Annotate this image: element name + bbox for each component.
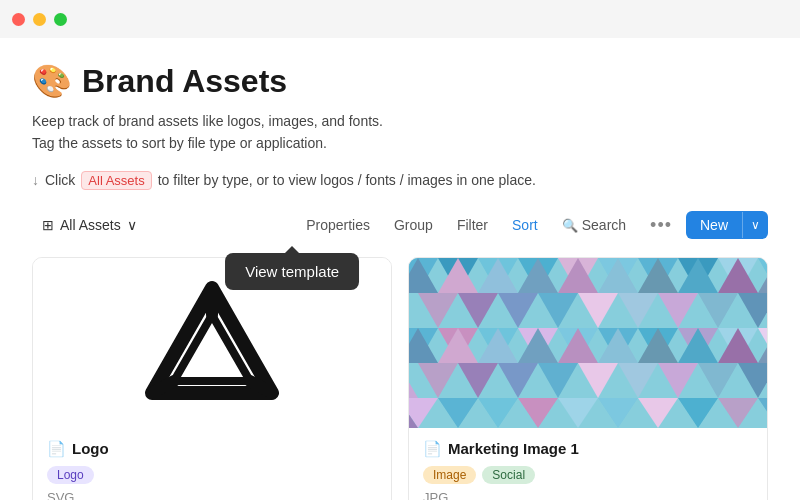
tag-image[interactable]: Image xyxy=(423,466,476,484)
main-content: 🎨 Brand Assets Keep track of brand asset… xyxy=(0,38,800,500)
page-emoji: 🎨 xyxy=(32,62,72,100)
tag-logo[interactable]: Logo xyxy=(47,466,94,484)
sort-label: Sort xyxy=(512,217,538,233)
description-line1: Keep track of brand assets like logos, i… xyxy=(32,110,768,132)
new-button[interactable]: New ∨ xyxy=(686,211,768,239)
page-header: 🎨 Brand Assets xyxy=(32,62,768,100)
card-filetype-marketing: JPG xyxy=(423,490,753,500)
group-button[interactable]: Group xyxy=(384,212,443,238)
card-tags-logo: Logo xyxy=(47,466,377,484)
minimize-button[interactable] xyxy=(33,13,46,26)
properties-button[interactable]: Properties xyxy=(296,212,380,238)
card-title-marketing: Marketing Image 1 xyxy=(448,440,579,457)
gallery-grid: 📄 Logo Logo SVG xyxy=(32,257,768,500)
gallery-card-logo[interactable]: 📄 Logo Logo SVG xyxy=(32,257,392,500)
view-selector[interactable]: ⊞ All Assets ∨ xyxy=(32,212,147,238)
hint-badge[interactable]: All Assets xyxy=(81,171,151,190)
page-hint: ↓ Click All Assets to filter by type, or… xyxy=(32,171,768,190)
card-body-logo: 📄 Logo Logo SVG xyxy=(33,428,391,500)
tag-social[interactable]: Social xyxy=(482,466,535,484)
gallery-card-marketing[interactable]: 📄 Marketing Image 1 Image Social JPG xyxy=(408,257,768,500)
card-title-row-logo: 📄 Logo xyxy=(47,440,377,458)
card-body-marketing: 📄 Marketing Image 1 Image Social JPG xyxy=(409,428,767,500)
close-button[interactable] xyxy=(12,13,25,26)
hint-prefix: Click xyxy=(45,172,75,188)
more-options-button[interactable]: ••• xyxy=(640,210,682,241)
filter-button[interactable]: Filter xyxy=(447,212,498,238)
card-image-logo xyxy=(33,258,391,428)
group-label: Group xyxy=(394,217,433,233)
logo-svg xyxy=(142,273,282,413)
document-icon-marketing: 📄 xyxy=(423,440,442,458)
hint-arrow: ↓ xyxy=(32,172,39,188)
search-button[interactable]: 🔍 Search xyxy=(552,212,636,238)
maximize-button[interactable] xyxy=(54,13,67,26)
card-filetype-logo: SVG xyxy=(47,490,377,500)
page-description: Keep track of brand assets like logos, i… xyxy=(32,110,768,155)
view-icon: ⊞ xyxy=(42,217,54,233)
titlebar xyxy=(0,0,800,38)
new-button-label: New xyxy=(686,211,742,239)
filter-label: Filter xyxy=(457,217,488,233)
card-title-logo: Logo xyxy=(72,440,109,457)
view-label: All Assets xyxy=(60,217,121,233)
card-tags-marketing: Image Social xyxy=(423,466,753,484)
new-button-chevron: ∨ xyxy=(742,212,768,238)
document-icon-logo: 📄 xyxy=(47,440,66,458)
triangle-pattern-svg xyxy=(409,258,767,428)
sort-button[interactable]: Sort xyxy=(502,212,548,238)
hint-suffix: to filter by type, or to view logos / fo… xyxy=(158,172,536,188)
chevron-down-icon: ∨ xyxy=(127,217,137,233)
card-title-row-marketing: 📄 Marketing Image 1 xyxy=(423,440,753,458)
page-title: Brand Assets xyxy=(82,63,287,100)
card-image-marketing xyxy=(409,258,767,428)
search-icon: 🔍 xyxy=(562,218,578,233)
properties-label: Properties xyxy=(306,217,370,233)
dots-icon: ••• xyxy=(650,215,672,236)
search-label: Search xyxy=(582,217,626,233)
toolbar: ⊞ All Assets ∨ View template Properties … xyxy=(32,210,768,241)
description-line2: Tag the assets to sort by file type or a… xyxy=(32,132,768,154)
toolbar-right: Properties Group Filter Sort 🔍 Search ••… xyxy=(296,210,768,241)
toolbar-left: ⊞ All Assets ∨ xyxy=(32,212,288,238)
